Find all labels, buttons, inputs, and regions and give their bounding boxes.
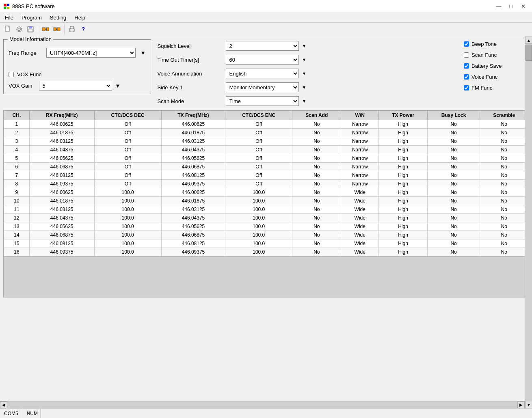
title-bar: 888S PC software — □ ✕ xyxy=(0,0,532,13)
svg-rect-15 xyxy=(57,28,60,31)
table-row[interactable]: 5446.05625Off446.05625OffNoNarrowHighNoN… xyxy=(4,154,528,163)
table-row[interactable]: 6446.06875Off446.06875OffNoNarrowHighNoN… xyxy=(4,163,528,171)
scroll-thumb[interactable] xyxy=(526,45,532,61)
side-key1-select[interactable]: Monitor Momentary Monitor Scan Squelch O… xyxy=(226,82,299,92)
col-rx-freq: RX Freq(MHz) xyxy=(29,111,94,120)
table-row[interactable]: 11446.03125100.0446.03125100.0NoWideHigh… xyxy=(4,205,528,214)
menu-bar: File Program Setting Help xyxy=(0,13,532,23)
voice-annunciation-select[interactable]: English Chinese Off xyxy=(226,69,299,78)
table-row[interactable]: 15446.08125100.0446.08125100.0NoWideHigh… xyxy=(4,239,528,248)
app-title: 888S PC software xyxy=(12,3,55,9)
status-bar: COM5 NUM xyxy=(0,408,532,418)
main-content: Model Information Freq Range UHF4[400-47… xyxy=(0,36,532,418)
menu-program[interactable]: Program xyxy=(18,14,45,22)
menu-help[interactable]: Help xyxy=(71,14,89,22)
vox-gain-label: VOX Gain xyxy=(9,83,32,89)
close-button[interactable]: ✕ xyxy=(517,2,529,11)
battery-save-checkbox[interactable] xyxy=(464,63,469,69)
vox-func-label: VOX Func xyxy=(17,71,41,78)
table-row[interactable]: 4446.04375Off446.04375OffNoNarrowHighNoN… xyxy=(4,146,528,154)
table-row[interactable]: 2446.01875Off446.01875OffNoNarrowHighNoN… xyxy=(4,129,528,137)
beep-tone-checkbox[interactable] xyxy=(464,41,469,47)
new-button[interactable] xyxy=(2,24,13,34)
beep-tone-label: Beep Tone xyxy=(471,41,497,47)
com-port-status: COM5 xyxy=(2,409,21,418)
svg-rect-2 xyxy=(4,7,6,9)
app-icon xyxy=(3,3,10,10)
col-wn: W/N xyxy=(341,111,379,120)
squelch-label: Squelch Level xyxy=(158,43,223,49)
menu-setting[interactable]: Setting xyxy=(47,14,69,22)
model-info-group: Model Information Freq Range UHF4[400-47… xyxy=(3,39,151,94)
svg-rect-11 xyxy=(42,28,45,31)
save-button[interactable] xyxy=(25,24,36,34)
table-row[interactable]: 12446.04375100.0446.04375100.0NoWideHigh… xyxy=(4,214,528,222)
minimize-button[interactable]: — xyxy=(493,2,504,11)
restore-button[interactable]: □ xyxy=(505,2,517,11)
col-ctc-dec: CTC/DCS DEC xyxy=(94,111,161,120)
svg-rect-0 xyxy=(4,4,6,6)
write-button[interactable] xyxy=(52,24,62,34)
svg-rect-9 xyxy=(29,26,32,28)
settings-button[interactable] xyxy=(14,24,24,34)
model-info-title: Model Information xyxy=(8,36,53,42)
svg-rect-1 xyxy=(7,4,9,6)
toolbar: ? xyxy=(0,23,532,36)
svg-rect-10 xyxy=(28,29,32,32)
timeout-select[interactable]: 60 30 90 120 Off xyxy=(226,55,299,65)
horizontal-scrollbar[interactable]: ◀ ▶ xyxy=(0,401,525,408)
scroll-left-button[interactable]: ◀ xyxy=(0,401,7,409)
col-scan-add: Scan Add xyxy=(292,111,341,120)
battery-save-label: Battery Save xyxy=(471,63,502,69)
empty-area xyxy=(3,257,529,297)
voice-func-checkbox[interactable] xyxy=(464,74,469,80)
col-tx-power: TX Power xyxy=(379,111,428,120)
read-button[interactable] xyxy=(40,24,51,34)
menu-file[interactable]: File xyxy=(2,14,17,22)
vox-gain-select[interactable]: 5 1 2 3 4 6 7 8 9 xyxy=(39,81,112,90)
fm-func-checkbox[interactable] xyxy=(464,85,469,90)
num-mode-status: NUM xyxy=(24,409,41,418)
freq-range-select[interactable]: UHF4[400-470MHz] VHF[136-174MHz] UHF[400… xyxy=(46,48,136,58)
table-row[interactable]: 3446.03125Off446.03125OffNoNarrowHighNoN… xyxy=(4,137,528,146)
svg-rect-19 xyxy=(70,30,74,32)
table-header-row: CH. RX Freq(MHz) CTC/DCS DEC TX Freq(MHz… xyxy=(4,111,528,120)
scan-func-checkbox[interactable] xyxy=(464,52,469,58)
col-busy-lock: Busy Lock xyxy=(427,111,480,120)
fm-func-label: FM Func xyxy=(471,85,492,91)
middle-settings: Squelch Level 2 0 1 3 4 5 ▼ Time Out Tim… xyxy=(158,39,457,110)
table-row[interactable]: 9446.00625100.0446.00625100.0NoWideHighN… xyxy=(4,188,528,197)
vertical-scrollbar[interactable]: ▲ ▼ xyxy=(525,37,532,408)
table-row[interactable]: 13446.05625100.0446.05625100.0NoWideHigh… xyxy=(4,222,528,231)
vox-func-checkbox[interactable] xyxy=(9,72,14,77)
right-checkboxes: Beep Tone Scan Func Battery Save Voice F… xyxy=(464,39,529,91)
table-row[interactable]: 1446.00625Off446.00625OffNoNarrowHighNoN… xyxy=(4,120,528,129)
col-tx-freq: TX Freq(MHz) xyxy=(161,111,225,120)
table-row[interactable]: 7446.08125Off446.08125OffNoNarrowHighNoN… xyxy=(4,171,528,180)
table-row[interactable]: 16446.09375100.0446.09375100.0NoWideHigh… xyxy=(4,248,528,256)
col-ch: CH. xyxy=(4,111,30,120)
timeout-label: Time Out Timer[s] xyxy=(158,57,223,63)
svg-rect-18 xyxy=(70,26,74,29)
scan-mode-label: Scan Mode xyxy=(158,98,223,104)
squelch-select[interactable]: 2 0 1 3 4 5 xyxy=(226,41,299,51)
print-button[interactable] xyxy=(67,24,77,34)
voice-annunciation-label: Voice Annunciation xyxy=(158,71,223,77)
table-row[interactable]: 14446.06875100.0446.06875100.0NoWideHigh… xyxy=(4,231,528,239)
scan-mode-select[interactable]: Time Carrier Search xyxy=(226,96,299,106)
freq-range-label: Freq Range xyxy=(9,50,37,56)
table-row[interactable]: 10446.01875100.0446.01875100.0NoWideHigh… xyxy=(4,197,528,205)
channel-table: CH. RX Freq(MHz) CTC/DCS DEC TX Freq(MHz… xyxy=(4,110,528,256)
svg-rect-3 xyxy=(7,7,9,9)
col-ctc-enc: CTC/DCS ENC xyxy=(225,111,292,120)
channel-table-container: CH. RX Freq(MHz) CTC/DCS DEC TX Freq(MHz… xyxy=(3,110,529,257)
svg-point-6 xyxy=(18,28,20,30)
svg-point-7 xyxy=(17,27,22,32)
scroll-down-button[interactable]: ▼ xyxy=(525,401,532,408)
scroll-up-button[interactable]: ▲ xyxy=(525,37,532,44)
help-button[interactable]: ? xyxy=(78,24,89,34)
side-key1-label: Side Key 1 xyxy=(158,84,223,90)
scroll-right-button[interactable]: ▶ xyxy=(517,401,525,409)
voice-func-label: Voice Func xyxy=(471,74,497,80)
table-row[interactable]: 8446.09375Off446.09375OffNoNarrowHighNoN… xyxy=(4,180,528,188)
